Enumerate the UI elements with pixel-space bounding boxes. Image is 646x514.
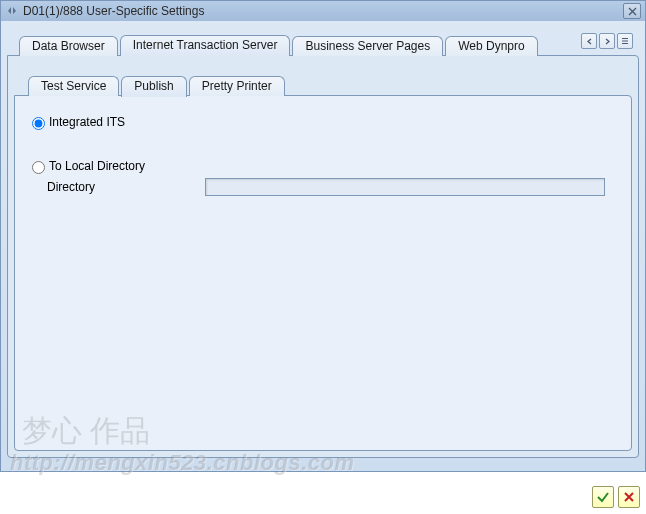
tab-data-browser[interactable]: Data Browser (19, 36, 118, 56)
tab-scroll-left-button[interactable] (581, 33, 597, 49)
footer-buttons (592, 486, 640, 508)
radio-integrated-its-label: Integrated ITS (49, 115, 125, 129)
window-icon (5, 4, 19, 18)
tab-business-server-pages[interactable]: Business Server Pages (292, 36, 443, 56)
main-tab-row: Data Browser Internet Transaction Server… (7, 35, 639, 56)
radio-integrated-its-row: Integrated ITS (27, 114, 621, 130)
tab-web-dynpro[interactable]: Web Dynpro (445, 36, 537, 56)
radio-local-dir-row: To Local Directory (27, 158, 621, 174)
svg-rect-1 (622, 41, 628, 42)
subtab-pretty-printer[interactable]: Pretty Printer (189, 76, 285, 96)
svg-rect-2 (622, 43, 628, 44)
directory-field-row: Directory (47, 178, 621, 196)
sub-tab-row: Test Service Publish Pretty Printer (14, 76, 632, 96)
directory-label: Directory (47, 180, 205, 194)
close-button[interactable] (623, 3, 641, 19)
tab-internet-transaction-server[interactable]: Internet Transaction Server (120, 35, 291, 56)
content-area: Data Browser Internet Transaction Server… (1, 21, 645, 464)
tab-nav (581, 33, 633, 49)
subtab-publish[interactable]: Publish (121, 76, 186, 97)
radio-to-local-directory-label: To Local Directory (49, 159, 145, 173)
cancel-button[interactable] (618, 486, 640, 508)
titlebar: D01(1)/888 User-Specific Settings (1, 1, 645, 21)
subtab-test-service[interactable]: Test Service (28, 76, 119, 96)
window-title: D01(1)/888 User-Specific Settings (23, 4, 623, 18)
tab-list-button[interactable] (617, 33, 633, 49)
directory-input[interactable] (205, 178, 605, 196)
settings-window: D01(1)/888 User-Specific Settings Data B… (0, 0, 646, 472)
tab-scroll-right-button[interactable] (599, 33, 615, 49)
main-panel: Test Service Publish Pretty Printer Inte… (7, 55, 639, 458)
publish-panel: Integrated ITS To Local Directory Direct… (14, 95, 632, 451)
radio-to-local-directory[interactable] (32, 161, 45, 174)
svg-rect-0 (622, 38, 628, 39)
radio-integrated-its[interactable] (32, 117, 45, 130)
ok-button[interactable] (592, 486, 614, 508)
